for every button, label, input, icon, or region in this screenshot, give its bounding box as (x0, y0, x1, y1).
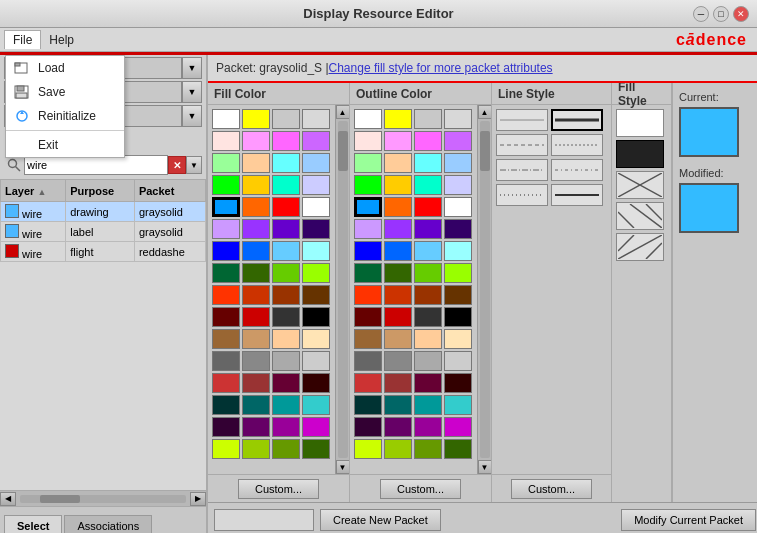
fill-color-cell-12[interactable] (212, 175, 240, 195)
col-packet[interactable]: Packet (134, 180, 205, 202)
fill-color-cell-46[interactable] (272, 351, 300, 371)
load-menu-item[interactable]: Load (6, 56, 124, 80)
outline-color-cell-12[interactable] (354, 175, 382, 195)
fill-color-cell-25[interactable] (242, 241, 270, 261)
maximize-button[interactable]: □ (713, 6, 729, 22)
fill-color-cell-18[interactable] (272, 197, 300, 217)
fill-color-cell-54[interactable] (272, 395, 300, 415)
outline-color-cell-2[interactable] (414, 109, 442, 129)
fill-color-cell-13[interactable] (242, 175, 270, 195)
outline-scroll-down[interactable]: ▼ (478, 460, 492, 474)
outline-color-cell-47[interactable] (444, 351, 472, 371)
fill-color-cell-39[interactable] (302, 307, 330, 327)
fill-color-cell-8[interactable] (212, 153, 240, 173)
outline-color-cell-16[interactable] (354, 197, 382, 217)
outline-color-cell-27[interactable] (444, 241, 472, 261)
outline-color-cell-23[interactable] (444, 219, 472, 239)
combo-arrow-2[interactable]: ▼ (182, 81, 202, 103)
outline-color-cell-13[interactable] (384, 175, 412, 195)
outline-color-cell-1[interactable] (384, 109, 412, 129)
outline-color-cell-57[interactable] (384, 417, 412, 437)
fill-color-cell-17[interactable] (242, 197, 270, 217)
search-clear-button[interactable]: ✕ (168, 156, 186, 174)
outline-color-cell-60[interactable] (354, 439, 382, 459)
outline-color-cell-35[interactable] (444, 285, 472, 305)
fill-color-cell-30[interactable] (272, 263, 300, 283)
outline-color-cell-31[interactable] (444, 263, 472, 283)
h-scroll-thumb[interactable] (40, 495, 80, 503)
outline-color-cell-17[interactable] (384, 197, 412, 217)
outline-color-cell-39[interactable] (444, 307, 472, 327)
close-button[interactable]: ✕ (733, 6, 749, 22)
fill-style-reverse-diagonal[interactable] (616, 233, 664, 261)
outline-color-cell-51[interactable] (444, 373, 472, 393)
outline-color-cell-0[interactable] (354, 109, 382, 129)
line-style-cell-solid-thick[interactable] (551, 109, 603, 131)
fill-scroll-up[interactable]: ▲ (336, 105, 350, 119)
fill-color-cell-35[interactable] (302, 285, 330, 305)
outline-color-cell-45[interactable] (384, 351, 412, 371)
fill-color-cell-27[interactable] (302, 241, 330, 261)
scroll-right-button[interactable]: ▶ (190, 492, 206, 506)
outline-color-cell-21[interactable] (384, 219, 412, 239)
fill-color-cell-28[interactable] (212, 263, 240, 283)
fill-color-cell-22[interactable] (272, 219, 300, 239)
outline-color-cell-56[interactable] (354, 417, 382, 437)
table-row[interactable]: wire drawing graysolid (1, 202, 206, 222)
fill-color-cell-19[interactable] (302, 197, 330, 217)
line-custom-button[interactable]: Custom... (511, 479, 592, 499)
fill-scroll-down[interactable]: ▼ (336, 460, 350, 474)
fill-color-cell-59[interactable] (302, 417, 330, 437)
tab-associations[interactable]: Associations (64, 515, 152, 533)
outline-color-cell-49[interactable] (384, 373, 412, 393)
fill-color-cell-10[interactable] (272, 153, 300, 173)
outline-color-cell-4[interactable] (354, 131, 382, 151)
fill-color-cell-7[interactable] (302, 131, 330, 151)
fill-color-cell-61[interactable] (242, 439, 270, 459)
outline-color-cell-61[interactable] (384, 439, 412, 459)
change-fill-style-link[interactable]: Change fill style for more packet attrib… (329, 61, 553, 75)
outline-color-cell-9[interactable] (384, 153, 412, 173)
fill-style-diagonal[interactable] (616, 202, 664, 230)
outline-color-cell-53[interactable] (384, 395, 412, 415)
outline-color-cell-37[interactable] (384, 307, 412, 327)
line-style-cell-dashed-1[interactable] (496, 134, 548, 156)
outline-color-scroll[interactable] (350, 105, 477, 474)
fill-scroll-track[interactable] (338, 121, 348, 458)
outline-color-cell-14[interactable] (414, 175, 442, 195)
fill-color-cell-24[interactable] (212, 241, 240, 261)
fill-color-cell-14[interactable] (272, 175, 300, 195)
outline-color-cell-10[interactable] (414, 153, 442, 173)
fill-color-cell-11[interactable] (302, 153, 330, 173)
fill-color-cell-40[interactable] (212, 329, 240, 349)
outline-color-cell-32[interactable] (354, 285, 382, 305)
outline-color-cell-38[interactable] (414, 307, 442, 327)
line-style-cell-dash-dot-2[interactable] (551, 159, 603, 181)
outline-scroll-thumb[interactable] (480, 131, 490, 171)
fill-color-cell-3[interactable] (302, 109, 330, 129)
outline-color-cell-7[interactable] (444, 131, 472, 151)
fill-color-cell-37[interactable] (242, 307, 270, 327)
fill-color-cell-42[interactable] (272, 329, 300, 349)
outline-color-cell-41[interactable] (384, 329, 412, 349)
fill-color-cell-16[interactable] (212, 197, 240, 217)
outline-color-cell-18[interactable] (414, 197, 442, 217)
file-menu[interactable]: File Load (4, 30, 41, 49)
outline-color-cell-36[interactable] (354, 307, 382, 327)
fill-style-cross-hatch[interactable] (616, 171, 664, 199)
outline-color-cell-30[interactable] (414, 263, 442, 283)
outline-color-cell-42[interactable] (414, 329, 442, 349)
fill-color-cell-44[interactable] (212, 351, 240, 371)
line-style-cell-solid-thin[interactable] (496, 109, 548, 131)
outline-scroll-track[interactable] (480, 121, 490, 458)
modify-current-packet-button[interactable]: Modify Current Packet (621, 509, 756, 531)
fill-color-cell-21[interactable] (242, 219, 270, 239)
line-style-cell-dash-dot-1[interactable] (496, 159, 548, 181)
fill-color-cell-5[interactable] (242, 131, 270, 151)
fill-color-scroll[interactable] (208, 105, 335, 474)
col-purpose[interactable]: Purpose (66, 180, 135, 202)
outline-color-cell-55[interactable] (444, 395, 472, 415)
outline-color-cell-24[interactable] (354, 241, 382, 261)
fill-color-cell-43[interactable] (302, 329, 330, 349)
outline-color-cell-52[interactable] (354, 395, 382, 415)
